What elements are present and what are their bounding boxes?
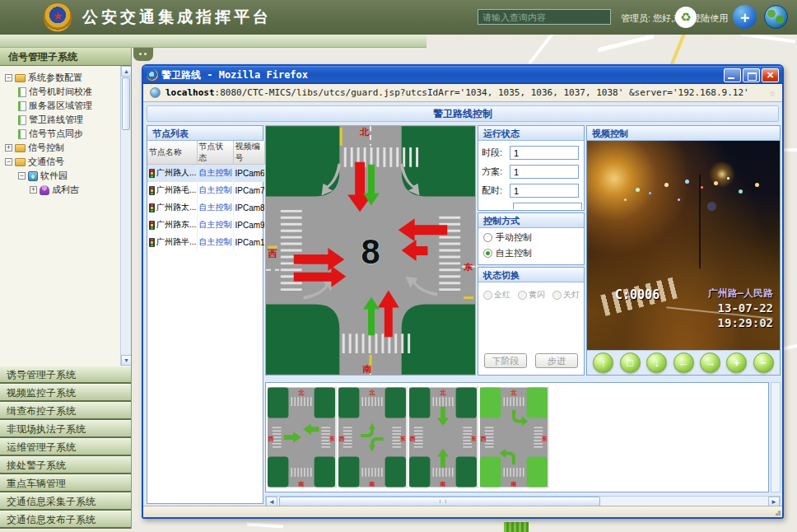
collapse-box-icon[interactable] <box>5 158 12 166</box>
sidebar-item-police-dispatch[interactable]: 接处警子系统 <box>0 456 131 474</box>
phase-strip-vertical-scrollbar[interactable] <box>771 382 781 492</box>
scroll-up-arrow[interactable]: ▲ <box>121 66 131 77</box>
field-label-period: 时段: <box>482 147 510 159</box>
all-red-option[interactable]: 全红 <box>483 289 510 301</box>
radio-checked-icon[interactable] <box>483 249 492 258</box>
bookmark-star-icon[interactable]: ☆ <box>769 86 776 99</box>
lights-off-option[interactable]: 关灯 <box>552 289 580 301</box>
sidebar-item-investigation[interactable]: 缉查布控子系统 <box>0 402 131 420</box>
url-text[interactable]: localhost:8080/CTC-MICS/libs/utcs/guard.… <box>165 87 749 98</box>
window-titlebar[interactable]: 警卫路线 - Mozilla Firefox <box>143 66 782 84</box>
ptz-zoom-out-button[interactable]: − <box>753 352 774 373</box>
radio-icon[interactable] <box>483 233 492 242</box>
ptz-down-button[interactable]: ↓ <box>646 352 667 373</box>
node-status-link[interactable]: 自主控制 <box>199 237 232 246</box>
run-status-panel: 运行状态 时段: 方案: 配时: <box>478 125 585 211</box>
phase-strip: 北 西 东 南 北 西 东 <box>265 382 769 492</box>
scroll-down-arrow[interactable]: ▼ <box>121 355 131 366</box>
phase-thumbnail-2[interactable]: 北 西 东 南 <box>338 386 408 488</box>
tree-item-traffic-signal[interactable]: 交通信号 <box>2 155 129 169</box>
table-row[interactable]: 广州路东... 自主控制 IPCam9 <box>147 217 264 234</box>
node-video-id: IPCam7 <box>233 182 264 199</box>
node-name: 广州路东... <box>156 219 196 231</box>
tree-label: 信号节点同步 <box>29 128 83 140</box>
phase-thumbnail-1[interactable]: 北 西 东 南 <box>268 386 337 488</box>
expand-box-icon[interactable] <box>5 144 12 152</box>
col-node-status[interactable]: 节点状态 <box>197 141 233 165</box>
refresh-icon[interactable]: ♻ <box>675 7 697 28</box>
node-status-link[interactable]: 自主控制 <box>199 220 232 229</box>
tree-item-guard-route[interactable]: 警卫路线管理 <box>2 113 129 127</box>
globe-icon[interactable] <box>764 5 788 29</box>
table-row[interactable]: 广州路人... 自主控制 IPCam6 <box>147 165 264 182</box>
close-button[interactable] <box>762 68 779 82</box>
minimize-button[interactable] <box>724 68 741 82</box>
ptz-up-button[interactable]: ↑ <box>593 352 613 373</box>
radio-disabled-icon[interactable] <box>518 291 527 300</box>
camera-time-overlay: 19:29:02 <box>708 315 773 330</box>
street-lights <box>587 141 590 143</box>
desktop: 公安交通集成指挥平台 管理员: 您好,欢迎登陆使用 ♻ ＋ 信号管理子系统 系统… <box>0 0 797 532</box>
sidebar-collapse-handle[interactable] <box>133 48 153 61</box>
phase-thumbnail-3[interactable]: 北 西 东 南 <box>409 386 478 488</box>
sidebar-item-traffic-release[interactable]: 交通信息发布子系统 <box>0 511 131 529</box>
period-input[interactable] <box>510 146 579 160</box>
next-phase-button[interactable]: 下阶段 <box>484 353 527 368</box>
table-row[interactable]: 广州路毛... 自主控制 IPCam7 <box>147 182 264 199</box>
ptz-right-button[interactable]: → <box>700 352 720 373</box>
tree-item-signal-control[interactable]: 信号控制 <box>2 141 129 155</box>
sidebar-section-signal-mgmt[interactable]: 信号管理子系统 <box>0 48 131 66</box>
manual-control-option[interactable]: 手动控制 <box>483 231 584 244</box>
control-mode-header: 控制方式 <box>478 213 584 228</box>
video-panel-header: 视频控制 <box>587 126 780 141</box>
collapse-box-icon[interactable] <box>18 172 26 180</box>
tree-scrollbar[interactable]: ▲ ▼ <box>120 66 131 366</box>
scrollbar-thumb[interactable] <box>122 77 130 130</box>
phase-thumbnail-4-active[interactable]: 北 西 东 南 <box>480 386 549 488</box>
ptz-left-button[interactable]: ← <box>673 352 694 373</box>
step-button[interactable]: 步进 <box>535 353 578 368</box>
ptz-stop-button[interactable]: □ <box>620 352 641 373</box>
ptz-zoom-in-button[interactable]: + <box>726 352 747 373</box>
col-node-name[interactable]: 节点名称 <box>147 141 197 165</box>
sidebar-item-guidance[interactable]: 诱导管理子系统 <box>0 366 131 384</box>
col-video-id[interactable]: 视频编号 <box>233 141 264 165</box>
maximize-button[interactable] <box>743 68 760 82</box>
map-road <box>782 148 797 152</box>
sidebar-item-ops-maintenance[interactable]: 运维管理子系统 <box>0 438 131 456</box>
sidebar-item-traffic-collection[interactable]: 交通信息采集子系统 <box>0 492 131 511</box>
sidebar-item-offsite-enforcement[interactable]: 非现场执法子系统 <box>0 420 131 438</box>
url-bar[interactable]: localhost:8080/CTC-MICS/libs/utcs/guard.… <box>143 84 782 102</box>
radio-disabled-icon[interactable] <box>483 291 492 300</box>
search-input[interactable] <box>478 9 611 25</box>
tree-item-time-calibration[interactable]: 信号机时间校准 <box>2 85 129 99</box>
tree-item-server-region[interactable]: 服务器区域管理 <box>2 99 129 113</box>
collapse-box-icon[interactable] <box>5 74 12 82</box>
person-icon <box>40 185 49 195</box>
node-status-link[interactable]: 自主控制 <box>199 203 232 212</box>
status-switch-header: 状态切换 <box>478 268 584 282</box>
tree-item-chengliji[interactable]: 成利吉 <box>2 183 129 197</box>
node-status-link[interactable]: 自主控制 <box>199 168 232 177</box>
tree-item-system-params[interactable]: 系统参数配置 <box>2 71 129 85</box>
table-row[interactable]: 广州路太... 自主控制 IPCam8 <box>147 199 264 217</box>
sidebar-item-video-surveillance[interactable]: 视频监控子系统 <box>0 384 131 402</box>
apps-grid-icon[interactable] <box>706 9 723 26</box>
yellow-flash-option[interactable]: 黄闪 <box>518 289 545 301</box>
timing-input[interactable] <box>510 184 579 198</box>
traffic-light-icon <box>149 238 155 247</box>
tree-item-node-sync[interactable]: 信号节点同步 <box>2 127 129 141</box>
radio-disabled-icon[interactable] <box>552 291 562 300</box>
tree-item-software-park[interactable]: 软件园 <box>2 169 129 183</box>
sidebar-item-key-vehicles[interactable]: 重点车辆管理 <box>0 474 131 492</box>
control-mode-panel: 控制方式 手动控制 自主控制 <box>478 212 585 265</box>
plan-input[interactable] <box>510 165 579 179</box>
add-icon[interactable]: ＋ <box>733 5 757 29</box>
node-status-link[interactable]: 自主控制 <box>199 185 232 194</box>
table-row[interactable]: 广州路半... 自主控制 IPCam10 <box>147 234 264 251</box>
firefox-window: 警卫路线 - Mozilla Firefox localhost:8080/CT… <box>142 64 784 519</box>
expand-box-icon[interactable] <box>30 186 37 194</box>
region-icon <box>28 171 38 181</box>
countdown-value: 8 <box>361 232 380 271</box>
auto-control-option[interactable]: 自主控制 <box>483 247 584 259</box>
